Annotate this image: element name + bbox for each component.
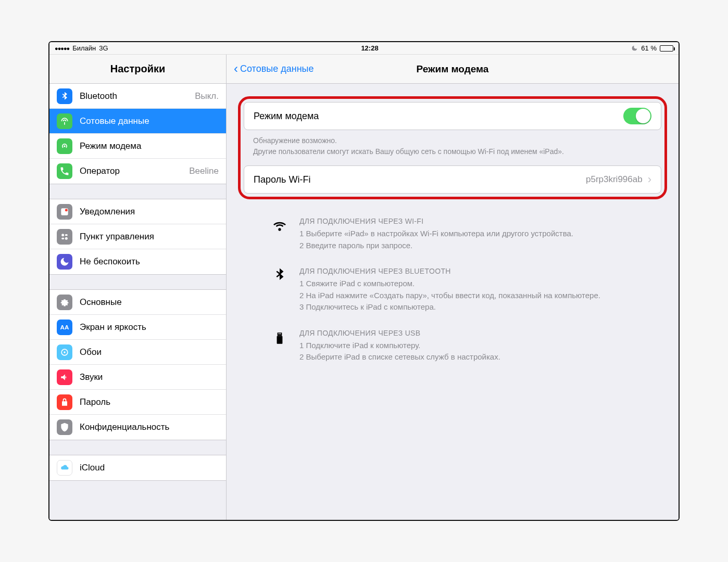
sidebar-item-label: Оператор [80,166,182,176]
sidebar-item-label: iCloud [80,463,219,473]
network-label: 3G [99,44,108,52]
sidebar-item-dnd[interactable]: Не беспокоить [49,249,226,274]
sidebar-item-label: Экран и яркость [80,322,219,333]
sidebar-title: Настройки [49,55,226,84]
svg-point-1 [65,209,68,211]
sidebar-item-value: Выкл. [195,91,219,101]
inst-wifi-2: 2 Введите пароль при запросе. [299,240,658,252]
hotspot-label: Режим модема [254,111,623,122]
sidebar-item-label: Звуки [80,372,219,382]
notifications-icon [57,204,72,220]
sidebar-item-bluetooth[interactable]: Bluetooth Выкл. [49,84,226,109]
svg-rect-10 [279,333,280,334]
dnd-moon-icon [631,45,638,52]
privacy-icon [57,419,72,435]
battery-icon [660,45,673,52]
sidebar-group-network: Bluetooth Выкл. Сотовые данные Режим м [49,84,226,184]
hotspot-note: Обнаружение возможно. Другие пользовател… [244,130,661,165]
sidebar-item-carrier[interactable]: Оператор Beeline [49,159,226,184]
content-body[interactable]: Режим модема Обнаружение возможно. Други… [227,84,679,520]
sidebar-item-label: Пароль [80,397,219,407]
display-icon: AA [57,320,72,335]
sidebar-item-cellular[interactable]: Сотовые данные [49,109,226,134]
sidebar-item-label: Не беспокоить [80,257,219,267]
back-button[interactable]: ‹ Сотовые данные [234,63,314,75]
content-pane: ‹ Сотовые данные Режим модема Режим моде… [227,55,679,520]
inst-wifi-1: 1 Выберите «iPad» в настройках Wi-Fi ком… [299,228,658,240]
dnd-icon [57,254,72,270]
sidebar-item-label: Bluetooth [80,91,187,101]
passcode-icon [57,394,72,410]
sounds-icon [57,369,72,385]
sidebar-item-privacy[interactable]: Конфиденциальность [49,415,226,440]
icloud-icon [57,460,72,476]
svg-text:AA: AA [60,324,69,330]
svg-rect-4 [61,237,64,239]
hotspot-switch[interactable] [623,108,651,124]
svg-rect-12 [277,336,283,343]
sidebar-item-label: Режим модема [80,141,219,151]
hotspot-toggle-row[interactable]: Режим модема [244,103,661,130]
sidebar-item-display[interactable]: AA Экран и яркость [49,315,226,340]
back-label: Сотовые данные [240,63,314,74]
hotspot-highlight: Режим модема Обнаружение возможно. Други… [238,96,667,199]
sidebar-item-wallpaper[interactable]: Обои [49,340,226,365]
note-line1: Обнаружение возможно. [253,135,652,146]
sidebar: Настройки Bluetooth Выкл. Сотовы [49,55,227,520]
sidebar-item-value: Beeline [189,166,219,176]
inst-usb-2: 2 Выберите iPad в списке сетевых служб в… [299,351,658,363]
wifi-icon [269,216,290,251]
svg-rect-11 [280,333,281,334]
sidebar-item-notifications[interactable]: Уведомления [49,199,226,224]
sidebar-item-controlcenter[interactable]: Пункт управления [49,224,226,249]
svg-point-8 [64,351,65,353]
hotspot-icon [57,138,72,154]
wifi-password-row[interactable]: Пароль Wi-Fi p5rp3kri996ab › [244,166,661,193]
instruction-usb: ДЛЯ ПОДКЛЮЧЕНИЯ ЧЕРЕЗ USB 1 Подключите i… [238,323,667,373]
status-left: ●●●●● Билайн 3G [55,44,108,52]
sidebar-item-icloud[interactable]: iCloud [49,455,226,480]
sidebar-item-hotspot[interactable]: Режим модема [49,134,226,159]
phone-icon [57,163,72,179]
sidebar-item-label: Пункт управления [80,232,219,242]
status-right: 61 % [631,44,673,52]
svg-point-3 [65,237,68,239]
sidebar-item-sounds[interactable]: Звуки [49,365,226,390]
battery-pct: 61 % [641,44,657,52]
sidebar-item-label: Обои [80,347,219,357]
bluetooth-large-icon [269,266,290,313]
settings-window: ●●●●● Билайн 3G 12:28 61 % Настройки Blu… [48,41,680,521]
sidebar-item-general[interactable]: Основные [49,290,226,315]
content-header: ‹ Сотовые данные Режим модема [227,55,679,84]
sidebar-group-icloud: iCloud [49,455,226,481]
password-value: p5rp3kri996ab [586,174,643,185]
inst-usb-1: 1 Подключите iPad к компьютеру. [299,340,658,352]
svg-point-2 [61,234,64,236]
sidebar-group-notifications: Уведомления Пункт управления Не беспокои… [49,199,226,275]
chevron-left-icon: ‹ [234,62,238,75]
cellular-icon [57,113,72,129]
carrier-label: Билайн [72,44,96,52]
inst-usb-title: ДЛЯ ПОДКЛЮЧЕНИЯ ЧЕРЕЗ USB [299,328,658,339]
sidebar-item-label: Сотовые данные [80,116,219,126]
note-line2: Другие пользователи смогут искать Вашу о… [253,146,652,157]
svg-rect-9 [278,333,282,336]
sidebar-scroll[interactable]: Bluetooth Выкл. Сотовые данные Режим м [49,84,226,520]
status-bar: ●●●●● Билайн 3G 12:28 61 % [49,42,679,55]
svg-rect-5 [65,234,68,236]
sidebar-item-passcode[interactable]: Пароль [49,390,226,415]
inst-bt-title: ДЛЯ ПОДКЛЮЧЕНИЯ ЧЕРЕЗ BLUETOOTH [299,266,658,277]
inst-bt-3: 3 Подключитесь к iPad с компьютера. [299,301,658,313]
inst-bt-2: 2 На iPad нажмите «Создать пару», чтобы … [299,290,658,302]
status-time: 12:28 [361,44,378,52]
wallpaper-icon [57,344,72,360]
sidebar-group-general: Основные AA Экран и яркость Обои [49,289,226,440]
chevron-right-icon: › [648,173,651,186]
inst-bt-1: 1 Свяжите iPad с компьютером. [299,278,658,290]
sidebar-item-label: Уведомления [80,207,219,217]
instruction-wifi: ДЛЯ ПОДКЛЮЧЕНИЯ ЧЕРЕЗ WI-FI 1 Выберите «… [238,211,667,261]
bluetooth-icon [57,88,72,104]
general-icon [57,295,72,310]
usb-icon [269,328,290,363]
sidebar-item-label: Основные [80,297,219,308]
